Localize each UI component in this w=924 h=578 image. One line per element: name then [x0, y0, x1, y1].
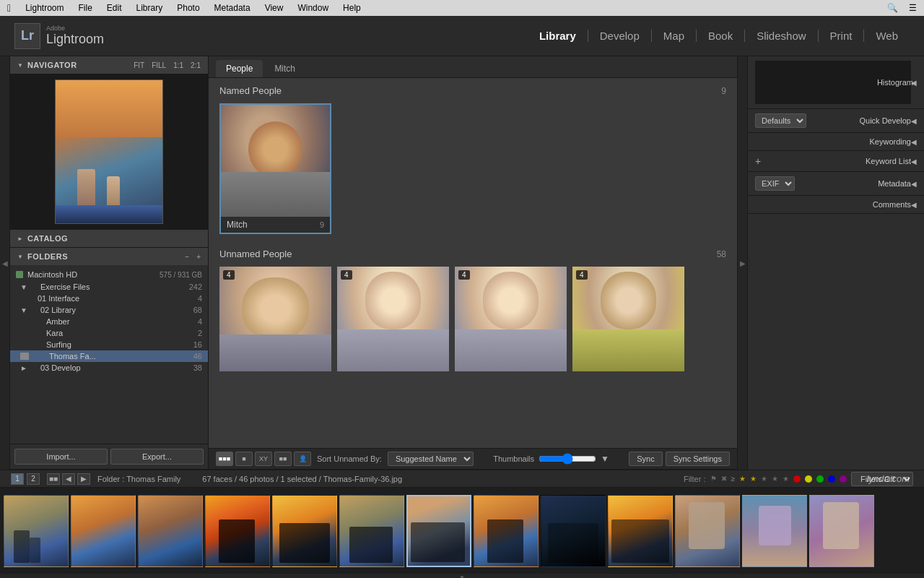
- filmstrip-thumb-7[interactable]: [406, 495, 471, 567]
- star-4[interactable]: ★: [772, 475, 778, 483]
- folder-01-interface[interactable]: 01 Interface 4: [10, 293, 208, 304]
- menu-window[interactable]: Window: [297, 3, 328, 13]
- zoom-fit[interactable]: FIT: [134, 61, 144, 69]
- zoom-fill[interactable]: FILL: [152, 61, 166, 69]
- filmstrip-thumb-1[interactable]: [4, 495, 69, 567]
- unnamed-card-4[interactable]: 4: [572, 267, 684, 371]
- keyword-add-icon[interactable]: +: [755, 155, 761, 167]
- tab-mitch[interactable]: Mitch: [264, 60, 305, 77]
- color-green[interactable]: [816, 475, 824, 483]
- color-yellow[interactable]: [805, 475, 812, 483]
- keywording-item[interactable]: Keywording ◀: [748, 133, 924, 151]
- view-people-btn[interactable]: 👤: [294, 452, 311, 466]
- navigator-header[interactable]: ▼ Navigator FIT FILL 1:1 2:1: [10, 56, 208, 74]
- nav-slideshow[interactable]: Slideshow: [745, 30, 818, 42]
- unnamed-card-3[interactable]: 4: [455, 267, 567, 371]
- star-1[interactable]: ★: [739, 475, 746, 483]
- filmstrip-thumb-9[interactable]: [541, 495, 606, 567]
- comments-item[interactable]: Comments ◀: [748, 196, 924, 214]
- sync-button[interactable]: Sync: [629, 452, 662, 466]
- page-1[interactable]: 1: [11, 473, 24, 485]
- filmstrip-thumb-2[interactable]: [71, 495, 136, 567]
- navigator-image[interactable]: [10, 74, 208, 229]
- folder-kara[interactable]: Kara 2: [10, 327, 208, 339]
- filmstrip-nav-grid[interactable]: ■■: [47, 473, 60, 485]
- menu-photo[interactable]: Photo: [177, 3, 199, 13]
- filmstrip-thumb-3[interactable]: [138, 495, 203, 567]
- sort-select[interactable]: Suggested Name: [388, 452, 474, 466]
- person-card-mitch[interactable]: Mitch 9: [219, 103, 331, 234]
- folder-surfing[interactable]: Surfing 16: [10, 339, 208, 350]
- filmstrip-thumb-5[interactable]: [272, 495, 337, 567]
- nav-map[interactable]: Map: [652, 30, 697, 42]
- folder-03-develop[interactable]: ► 03 Develop 38: [10, 362, 208, 374]
- star-2[interactable]: ★: [750, 475, 757, 483]
- tab-people[interactable]: People: [216, 60, 263, 77]
- nav-web[interactable]: Web: [864, 30, 910, 42]
- filmstrip-thumb-4[interactable]: [205, 495, 270, 567]
- quick-develop-item[interactable]: Defaults Quick Develop ◀: [748, 109, 924, 133]
- nav-print[interactable]: Print: [819, 30, 865, 42]
- filmstrip-thumb-8[interactable]: [474, 495, 539, 567]
- menu-file[interactable]: File: [79, 3, 92, 13]
- preset-select[interactable]: Defaults: [755, 113, 806, 128]
- metadata-item[interactable]: EXIF Metadata ◀: [748, 172, 924, 196]
- unnamed-card-1[interactable]: 4: [219, 267, 331, 371]
- filmstrip-thumb-10[interactable]: [608, 495, 673, 567]
- menu-help[interactable]: Help: [343, 3, 361, 13]
- filmstrip-thumb-11[interactable]: [675, 495, 740, 567]
- zoom-2to1[interactable]: 2:1: [191, 61, 201, 69]
- zoom-1to1[interactable]: 1:1: [173, 61, 183, 69]
- left-collapse-handle[interactable]: ◀: [0, 56, 10, 470]
- menu-metadata[interactable]: Metadata: [214, 3, 250, 13]
- reject-filter[interactable]: ✖: [721, 475, 727, 483]
- right-collapse-handle[interactable]: ▶: [737, 56, 747, 470]
- star-3[interactable]: ★: [761, 475, 767, 483]
- page-2[interactable]: 2: [27, 473, 40, 485]
- import-button[interactable]: Import...: [14, 449, 108, 465]
- nav-develop[interactable]: Develop: [588, 30, 652, 42]
- histogram-item[interactable]: Histogram ◀: [748, 56, 924, 109]
- filmstrip-prev[interactable]: ◀: [62, 473, 75, 485]
- nav-library[interactable]: Library: [528, 30, 588, 42]
- folder-02-library[interactable]: ▼ 02 Library 68: [10, 304, 208, 316]
- thumbnails-slider[interactable]: [539, 453, 596, 465]
- thumbnails-dropdown[interactable]: ▼: [601, 454, 609, 464]
- folder-remove[interactable]: −: [185, 253, 189, 261]
- export-button[interactable]: Export...: [110, 449, 204, 465]
- menu-view[interactable]: View: [265, 3, 284, 13]
- nav-book[interactable]: Book: [697, 30, 745, 42]
- view-compare-btn[interactable]: XY: [255, 452, 272, 466]
- catalog-header[interactable]: ► Catalog: [10, 230, 208, 247]
- apple-menu[interactable]: : [7, 2, 11, 14]
- keyword-list-item[interactable]: + Keyword List ◀: [748, 151, 924, 172]
- app-name[interactable]: Lightroom: [25, 3, 64, 13]
- menu-edit[interactable]: Edit: [107, 3, 122, 13]
- folder-amber[interactable]: Amber 4: [10, 316, 208, 327]
- unnamed-card-2[interactable]: 4: [337, 267, 449, 371]
- folder-thomas-family[interactable]: Thomas Fa... 46: [10, 350, 208, 362]
- folders-triangle: ▼: [17, 254, 23, 260]
- folder-exercise-files[interactable]: ▼ Exercise Files 242: [10, 281, 208, 293]
- folder-add[interactable]: +: [196, 253, 201, 261]
- filmstrip-next[interactable]: ▶: [77, 473, 90, 485]
- filmstrip-thumb-13[interactable]: [809, 495, 874, 567]
- view-survey-btn[interactable]: ■■: [274, 452, 292, 466]
- color-blue[interactable]: [828, 475, 835, 483]
- sync-settings-button[interactable]: Sync Settings: [666, 452, 730, 466]
- star-5[interactable]: ★: [783, 475, 789, 483]
- color-red[interactable]: [793, 475, 801, 483]
- menu-library[interactable]: Library: [136, 3, 163, 13]
- metadata-select[interactable]: EXIF: [755, 176, 795, 191]
- flag-filter[interactable]: ⚑: [710, 475, 717, 483]
- view-grid-btn[interactable]: ■■■: [216, 452, 233, 466]
- color-purple[interactable]: [840, 475, 847, 483]
- star-gte[interactable]: ≥: [731, 475, 736, 483]
- filmstrip-thumb-12[interactable]: [742, 495, 807, 567]
- named-people-title: Named People: [219, 85, 282, 96]
- view-loupe-btn[interactable]: ■: [235, 452, 253, 466]
- search-icon[interactable]: 🔍: [887, 3, 898, 13]
- filmstrip-thumb-6[interactable]: [339, 495, 404, 567]
- menu-icon[interactable]: ☰: [909, 3, 917, 13]
- folders-header[interactable]: ▼ Folders − +: [10, 248, 208, 265]
